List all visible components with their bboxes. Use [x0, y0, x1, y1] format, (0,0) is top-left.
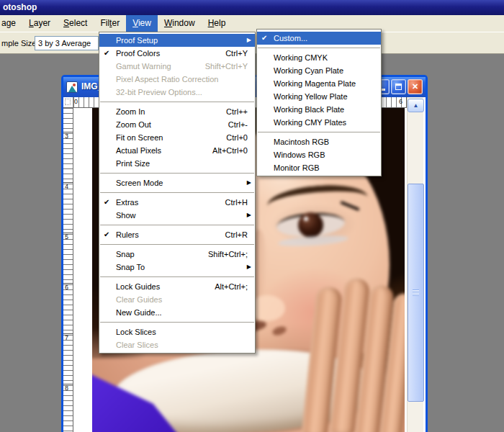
- sample-size-label: mple Size:: [1, 39, 38, 48]
- ruler-corner: [63, 97, 73, 108]
- ruler-number: 6: [65, 284, 68, 291]
- submenu-item-working-cmy-plates[interactable]: Working CMY Plates: [257, 116, 381, 129]
- ruler-number: 3: [65, 132, 68, 140]
- menu-item-print-size[interactable]: Print Size: [99, 157, 255, 170]
- menubar-item-filter[interactable]: Filter: [94, 15, 126, 32]
- submenu-item-working-cyan-plate[interactable]: Working Cyan Plate: [257, 64, 381, 77]
- menu-item-proof-colors[interactable]: ✔ Proof Colors Ctrl+Y: [99, 47, 255, 60]
- submenu-item-working-cmyk[interactable]: Working CMYK: [257, 51, 381, 64]
- menu-item-zoom-out[interactable]: Zoom Out Ctrl+-: [99, 118, 255, 131]
- ruler-number: 5: [65, 233, 68, 240]
- menu-item-screen-mode[interactable]: Screen Mode ▶: [99, 176, 255, 189]
- submenu-arrow-icon: ▶: [247, 209, 251, 222]
- submenu-item-custom[interactable]: ✔ Custom...: [257, 32, 381, 45]
- ruler-number: 4: [65, 183, 68, 190]
- menu-separator: [100, 173, 254, 174]
- menu-separator: [258, 48, 380, 48]
- submenu-item-working-yellow-plate[interactable]: Working Yellow Plate: [257, 90, 381, 103]
- sample-size-dropdown[interactable]: 3 by 3 Average: [35, 36, 99, 50]
- menu-separator: [100, 322, 254, 323]
- menu-separator: [258, 132, 380, 132]
- menu-item-actual-pixels[interactable]: Actual Pixels Alt+Ctrl+0: [99, 144, 255, 157]
- menubar-item-help[interactable]: Help: [202, 15, 233, 32]
- submenu-arrow-icon: ▶: [247, 34, 251, 47]
- submenu-item-macintosh-rgb[interactable]: Macintosh RGB: [257, 135, 381, 148]
- menu-item-pixel-aspect-ratio-correction: Pixel Aspect Ratio Correction: [99, 73, 255, 86]
- scrollbar-grip-icon: [413, 289, 419, 296]
- menu-item-snap[interactable]: Snap Shift+Ctrl+;: [99, 248, 255, 261]
- photo-hand: [300, 273, 405, 432]
- photoshop-file-icon: [66, 81, 78, 93]
- menu-item-gamut-warning: Gamut Warning Shift+Ctrl+Y: [99, 60, 255, 73]
- photo-iris: [298, 212, 323, 238]
- menu-item-extras[interactable]: ✔ Extras Ctrl+H: [99, 196, 255, 209]
- photo-eye-glint: [304, 217, 308, 221]
- menu-item-32-bit-preview-options: 32-bit Preview Options...: [99, 86, 255, 99]
- photoshop-app: otoshop age Layer Select Filter View Win…: [0, 0, 504, 432]
- menubar-item-select[interactable]: Select: [57, 15, 94, 32]
- app-title: otoshop: [3, 2, 37, 12]
- menu-item-rulers[interactable]: ✔ Rulers Ctrl+R: [99, 228, 255, 241]
- proof-setup-submenu: ✔ Custom... Working CMYK Working Cyan Pl…: [256, 29, 382, 176]
- menu-separator: [100, 276, 254, 277]
- menu-separator: [100, 225, 254, 225]
- maximize-icon: [395, 84, 402, 90]
- check-icon: ✔: [104, 47, 109, 60]
- maximize-button[interactable]: [391, 79, 406, 94]
- vertical-ruler[interactable]: 3 4 5 6 7 8: [63, 108, 73, 432]
- menu-item-snap-to[interactable]: Snap To ▶: [99, 261, 255, 274]
- close-button[interactable]: ✕: [408, 79, 423, 94]
- menu-item-clear-slices: Clear Slices: [99, 338, 255, 351]
- ruler-number: 8: [65, 384, 68, 392]
- submenu-arrow-icon: ▶: [247, 261, 251, 274]
- check-icon: ✔: [104, 196, 109, 209]
- menu-separator: [100, 102, 254, 102]
- menubar-item-image[interactable]: age: [0, 15, 22, 32]
- close-icon: ✕: [412, 82, 418, 91]
- submenu-item-working-magenta-plate[interactable]: Working Magenta Plate: [257, 77, 381, 90]
- check-icon: ✔: [261, 32, 267, 45]
- menu-item-lock-guides[interactable]: Lock Guides Alt+Ctrl+;: [99, 280, 255, 293]
- ruler-number: 7: [65, 334, 68, 341]
- menu-separator: [100, 192, 254, 193]
- scrollbar-thumb[interactable]: [408, 184, 424, 402]
- menubar-item-window[interactable]: Window: [158, 15, 202, 32]
- submenu-item-working-black-plate[interactable]: Working Black Plate: [257, 103, 381, 116]
- menu-item-proof-setup[interactable]: Proof Setup ▶: [99, 34, 255, 47]
- sample-size-value: 3 by 3 Average: [38, 39, 91, 48]
- menu-item-lock-slices[interactable]: Lock Slices: [99, 325, 255, 338]
- menu-item-show[interactable]: Show ▶: [99, 209, 255, 222]
- submenu-item-monitor-rgb[interactable]: Monitor RGB: [257, 161, 381, 174]
- submenu-item-windows-rgb[interactable]: Windows RGB: [257, 148, 381, 161]
- check-icon: ✔: [104, 228, 109, 241]
- menu-item-clear-guides: Clear Guides: [99, 293, 255, 306]
- scroll-up-button[interactable]: ▲: [408, 99, 424, 112]
- menu-item-new-guide[interactable]: New Guide...: [99, 306, 255, 319]
- menubar-item-view[interactable]: View: [126, 15, 158, 32]
- vertical-scrollbar[interactable]: ▲: [407, 97, 423, 432]
- ruler-number: 6: [399, 98, 402, 105]
- menu-bar: age Layer Select Filter View Window Help: [0, 15, 504, 32]
- submenu-arrow-icon: ▶: [247, 176, 251, 189]
- menu-separator: [100, 244, 254, 245]
- menubar-item-layer[interactable]: Layer: [22, 15, 57, 32]
- view-menu: Proof Setup ▶ ✔ Proof Colors Ctrl+Y Gamu…: [99, 32, 256, 354]
- app-title-bar[interactable]: otoshop: [0, 0, 504, 15]
- ruler-number: 0: [74, 98, 78, 105]
- menu-item-fit-on-screen[interactable]: Fit on Screen Ctrl+0: [99, 131, 255, 144]
- scroll-up-icon: ▲: [413, 102, 419, 109]
- menu-item-zoom-in[interactable]: Zoom In Ctrl++: [99, 105, 255, 118]
